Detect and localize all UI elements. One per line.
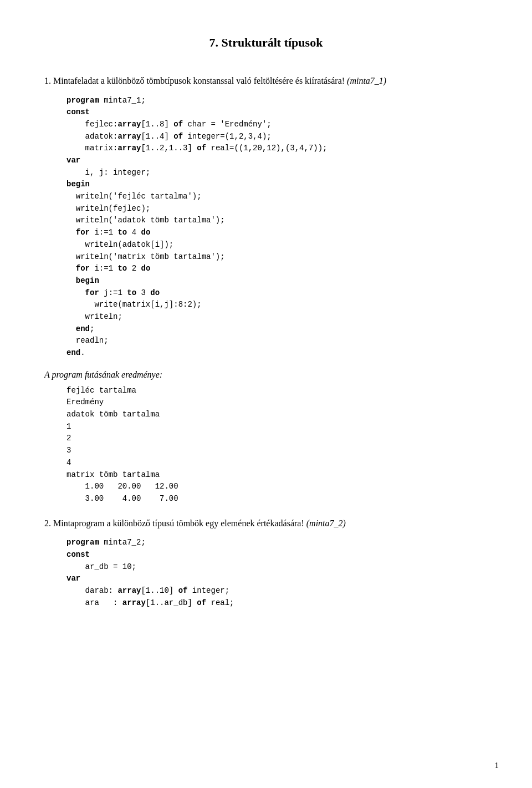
section1-intro: 1. Mintafeladat a különböző tömbtípusok … bbox=[44, 74, 488, 88]
section2-code: program minta7_2; const ar_db = 10; var … bbox=[66, 537, 488, 609]
page-title: 7. Strukturált típusok bbox=[44, 33, 488, 52]
section1-code: program minta7_1; const fejlec:array[1..… bbox=[66, 95, 488, 359]
section2-intro: 2. Mintaprogram a különböző típusú tömbö… bbox=[44, 516, 488, 531]
section1-result: fejléc tartalma Eredmény adatok tömb tar… bbox=[66, 385, 488, 505]
result-heading: A program futásának eredménye: bbox=[44, 368, 488, 382]
